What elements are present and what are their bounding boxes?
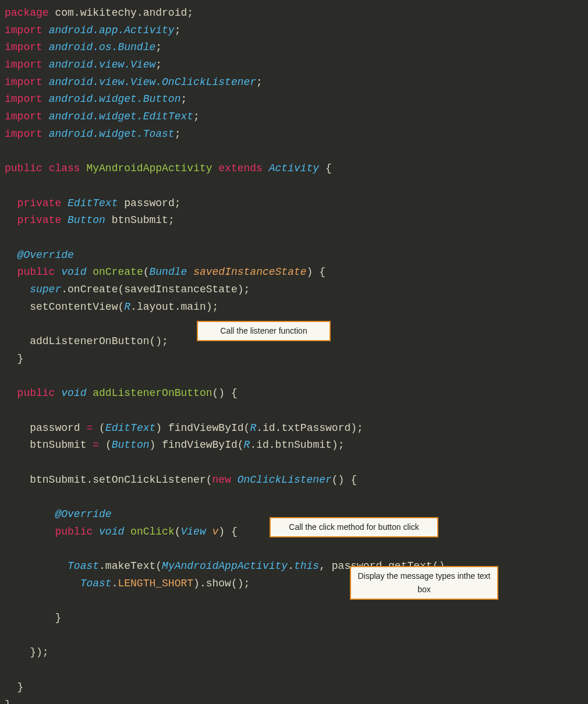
kw-import: import [5,24,42,36]
kw-package: package [5,7,49,19]
param-type: Bundle [150,266,187,278]
kw-void: void [61,266,86,278]
import-path: android.view.View [49,59,156,70]
close-anon: }); [30,646,48,658]
outer-class: MyAndroidAppActivity [162,560,288,572]
method-call: findViewById [162,439,238,451]
kw-private: private [17,214,62,226]
listener-type: OnClickListener [238,474,332,486]
cast-type: Button [112,439,150,451]
method-name: addListenerOnButton [93,387,212,399]
import-path: android.widget.Button [49,93,181,105]
const: LENGTH_SHORT [118,578,193,589]
field-name: password [124,197,174,209]
kw-super: super [30,284,61,295]
import-path: android.widget.EditText [49,111,193,122]
kw-import: import [5,128,42,140]
class-name: MyAndroidAppActivity [86,162,212,174]
kw-void: void [61,387,86,399]
parent-class: Activity [269,162,319,174]
kw-import: import [5,93,42,105]
r-class: R [124,301,130,313]
annotation-override: @Override [55,508,111,520]
kw-import: import [5,59,42,70]
field-type: Button [68,214,105,226]
method-call: addListenerOnButton [30,335,149,347]
kw-public: public [55,526,93,537]
kw-private: private [17,197,62,209]
param-name: savedInstanceState [193,266,306,278]
kw-this: this [294,560,319,572]
method-call: makeText [105,560,155,572]
kw-public: public [17,387,55,399]
import-path: android.app.Activity [49,24,175,36]
method-call: onCreate [68,284,118,295]
var: btnSubmit [30,474,86,486]
kw-new: new [212,474,231,486]
kw-extends: extends [218,162,263,174]
import-path: android.view.View.OnClickListener [49,76,256,88]
kw-import: import [5,76,42,88]
kw-public: public [17,266,55,278]
var: btnSubmit [30,439,86,451]
annotation-box-3: Display the message types inthe text box [350,566,498,600]
var: password [30,422,80,434]
package-name: com.wikitechy.android [55,7,187,19]
param-name: v [212,526,219,537]
kw-import: import [5,41,42,53]
close-brace: } [17,681,24,693]
import-path: android.os.Bundle [49,41,156,53]
kw-import: import [5,111,42,122]
annotation-override: @Override [17,249,74,261]
toast-class: Toast [80,578,112,589]
method-name: onCreate [93,266,143,278]
import-path: android.widget.Toast [49,128,175,140]
annotation-box-1: Call the listener function [197,321,331,341]
close-brace: } [17,353,24,365]
method-call: findViewById [168,422,244,434]
annotation-box-2: Call the click method for button click [270,517,438,537]
field-type: EditText [68,197,118,209]
arg: savedInstanceState [124,284,237,295]
field-name: btnSubmit [112,214,168,226]
method-call: setOnClickListener [93,474,206,486]
cast-type: EditText [105,422,155,434]
close-brace: } [5,699,11,705]
method-call: setContentView [30,301,118,313]
kw-void: void [99,526,124,537]
kw-public: public [5,162,42,174]
toast-class: Toast [68,560,99,572]
kw-class: class [49,162,80,174]
param-type: View [181,526,206,537]
close-brace: } [55,612,61,624]
method-name: onClick [130,526,175,537]
